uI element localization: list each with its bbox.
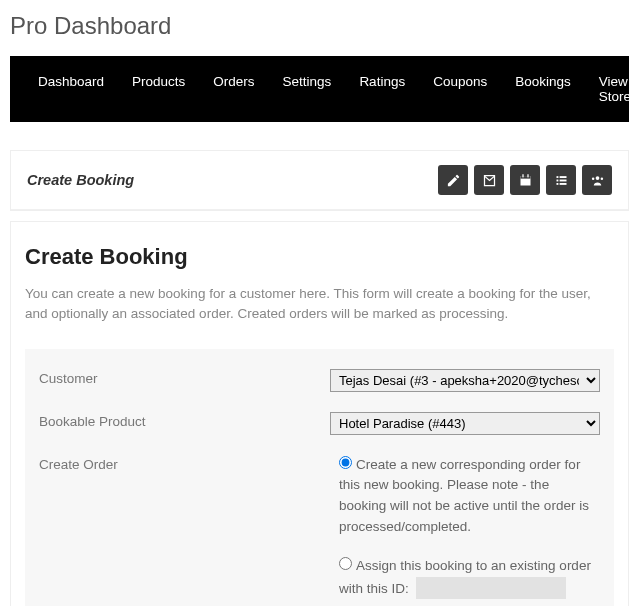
nav-coupons[interactable]: Coupons (419, 56, 501, 122)
nav-settings[interactable]: Settings (269, 56, 346, 122)
nav-dashboard[interactable]: Dashboard (24, 56, 118, 122)
svg-rect-1 (520, 176, 530, 179)
customer-select[interactable]: Tejas Desai (#3 - apeksha+2020@tychesoft… (330, 369, 600, 392)
nav-bookings[interactable]: Bookings (501, 56, 585, 122)
svg-rect-4 (556, 176, 558, 178)
main-heading: Create Booking (25, 244, 614, 270)
card-header-title: Create Booking (27, 172, 134, 188)
header-action-icons (438, 165, 612, 195)
nav-products[interactable]: Products (118, 56, 199, 122)
svg-rect-7 (559, 179, 566, 181)
users-icon[interactable] (582, 165, 612, 195)
svg-rect-8 (556, 183, 558, 185)
nav-view-store[interactable]: View Store (585, 56, 639, 122)
main-description: You can create a new booking for a custo… (25, 284, 614, 325)
calendar-icon[interactable] (510, 165, 540, 195)
radio-existing-order[interactable] (339, 557, 352, 570)
top-nav: Dashboard Products Orders Settings Ratin… (10, 56, 629, 122)
customer-label: Customer (39, 369, 330, 392)
radio-existing-order-label[interactable]: Assign this booking to an existing order… (339, 558, 591, 595)
product-select[interactable]: Hotel Paradise (#443) (330, 412, 600, 435)
nav-ratings[interactable]: Ratings (345, 56, 419, 122)
header-card: Create Booking (10, 150, 629, 211)
existing-order-id-input[interactable] (416, 577, 566, 599)
form-area: Customer Tejas Desai (#3 - apeksha+2020@… (25, 349, 614, 607)
svg-point-12 (600, 177, 603, 180)
edit-icon[interactable] (438, 165, 468, 195)
svg-rect-9 (559, 183, 566, 185)
svg-rect-5 (559, 176, 566, 178)
radio-new-order-text: Create a new corresponding order for thi… (339, 457, 589, 535)
nav-orders[interactable]: Orders (199, 56, 268, 122)
radio-new-order[interactable] (339, 456, 352, 469)
product-label: Bookable Product (39, 412, 330, 435)
list-icon[interactable] (546, 165, 576, 195)
svg-rect-6 (556, 179, 558, 181)
radio-new-order-label[interactable]: Create a new corresponding order for thi… (339, 457, 589, 535)
svg-rect-3 (527, 174, 528, 177)
svg-point-10 (595, 176, 599, 180)
main-card: Create Booking You can create a new book… (10, 221, 629, 606)
mail-icon[interactable] (474, 165, 504, 195)
svg-point-11 (591, 177, 594, 180)
page-title: Pro Dashboard (0, 0, 639, 56)
svg-rect-2 (522, 174, 523, 177)
create-order-label: Create Order (39, 455, 339, 607)
